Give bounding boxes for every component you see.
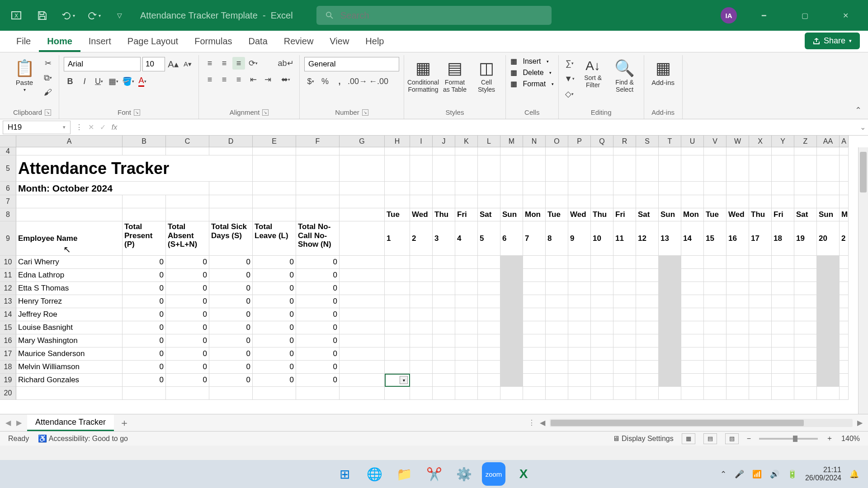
cell[interactable] [546,321,568,334]
font-dialog-icon[interactable]: ↘ [134,109,140,116]
cell[interactable]: Edna Lathrop [16,269,123,282]
cell[interactable] [433,282,455,295]
cell[interactable] [659,387,681,400]
col-header[interactable]: F [296,136,340,147]
cell[interactable] [296,182,340,195]
cell[interactable] [794,182,817,195]
cell[interactable] [340,374,385,387]
cell[interactable] [749,334,772,347]
cell[interactable] [500,269,523,282]
cell[interactable] [123,208,166,221]
cell[interactable] [772,295,794,308]
align-center-icon[interactable]: ≡ [218,73,231,86]
cell[interactable] [613,195,636,208]
cell[interactable] [636,155,659,182]
cell[interactable] [209,387,253,400]
cell[interactable] [546,347,568,361]
align-middle-icon[interactable]: ≡ [218,57,231,70]
cell[interactable] [385,361,410,374]
cell[interactable] [659,321,681,334]
cell[interactable] [613,295,636,308]
zoom-slider[interactable] [759,438,818,440]
cell[interactable] [772,155,794,182]
cell[interactable] [794,361,817,374]
cell[interactable]: 0 [123,269,166,282]
number-dialog-icon[interactable]: ↘ [362,109,368,116]
cell[interactable] [523,347,546,361]
cell[interactable] [840,182,849,195]
find-select-button[interactable]: 🔍Find & Select [610,57,639,95]
cell[interactable] [433,155,455,182]
zoom-in-icon[interactable]: ＋ [826,434,833,443]
cell[interactable] [478,295,500,308]
cell[interactable] [433,256,455,269]
cell[interactable] [410,269,433,282]
spreadsheet-grid[interactable]: ABCDEFGHIJKLMNOPQRSTUVWXYZAAA 4567891011… [0,136,868,414]
menu-tab-home[interactable]: Home [39,32,80,52]
redo-icon[interactable]: ▾ [86,8,101,23]
col-header[interactable]: T [659,136,681,147]
cell[interactable] [794,308,817,321]
collapse-ribbon-icon[interactable]: ⌃ [855,105,862,115]
cell[interactable] [433,374,455,387]
cell[interactable] [659,256,681,269]
cell[interactable]: 9 [568,221,591,256]
cell[interactable] [296,208,340,221]
cell[interactable] [546,195,568,208]
cell[interactable] [817,347,840,361]
cell[interactable]: Maurice Sanderson [16,347,123,361]
cell[interactable]: Total Present (P) [123,221,166,256]
cell[interactable] [726,147,749,155]
cell[interactable] [568,321,591,334]
font-name-select[interactable] [64,57,141,71]
cell[interactable]: Attendance Tracker [16,155,253,182]
cell[interactable] [410,334,433,347]
cell[interactable]: 0 [209,347,253,361]
cell[interactable] [817,256,840,269]
decrease-indent-icon[interactable]: ⇤ [247,73,259,86]
cell[interactable] [340,308,385,321]
minimize-button[interactable]: ━ [750,6,778,24]
cell[interactable] [840,195,849,208]
cell[interactable] [704,256,726,269]
cell[interactable] [636,321,659,334]
cell[interactable] [591,387,613,400]
cell[interactable] [478,387,500,400]
copy-icon[interactable]: ⧉ ▾ [42,71,54,84]
cell[interactable] [209,147,253,155]
paste-button[interactable]: 📋Paste▾ [10,57,39,94]
cell[interactable]: Tue [704,208,726,221]
cell[interactable] [681,347,704,361]
cell[interactable] [591,321,613,334]
cell[interactable] [749,295,772,308]
cell[interactable] [340,147,385,155]
row-header[interactable]: 7 [0,195,16,208]
cell[interactable] [478,347,500,361]
cell[interactable] [296,195,340,208]
col-header[interactable]: A [840,136,849,147]
col-header[interactable]: W [726,136,749,147]
cell[interactable] [253,208,296,221]
cell[interactable] [613,147,636,155]
cell[interactable]: 0 [253,374,296,387]
cell[interactable] [478,321,500,334]
cell[interactable] [433,308,455,321]
add-sheet-icon[interactable]: ＋ [119,416,129,430]
sheet-nav-prev-icon[interactable]: ◀ [5,418,11,427]
cell[interactable]: Louise Basnight [16,321,123,334]
cell[interactable]: 18 [772,221,794,256]
col-header[interactable]: Y [772,136,794,147]
cell[interactable] [455,347,478,361]
align-left-icon[interactable]: ≡ [203,73,216,86]
cell[interactable] [636,295,659,308]
cell[interactable] [16,387,123,400]
col-header[interactable]: J [433,136,455,147]
cell[interactable] [500,347,523,361]
cell[interactable] [817,361,840,374]
cell[interactable] [455,321,478,334]
cell[interactable] [296,147,340,155]
cell[interactable] [704,321,726,334]
cell[interactable] [500,155,523,182]
cell[interactable]: 0 [253,347,296,361]
row-header[interactable]: 14 [0,308,16,321]
